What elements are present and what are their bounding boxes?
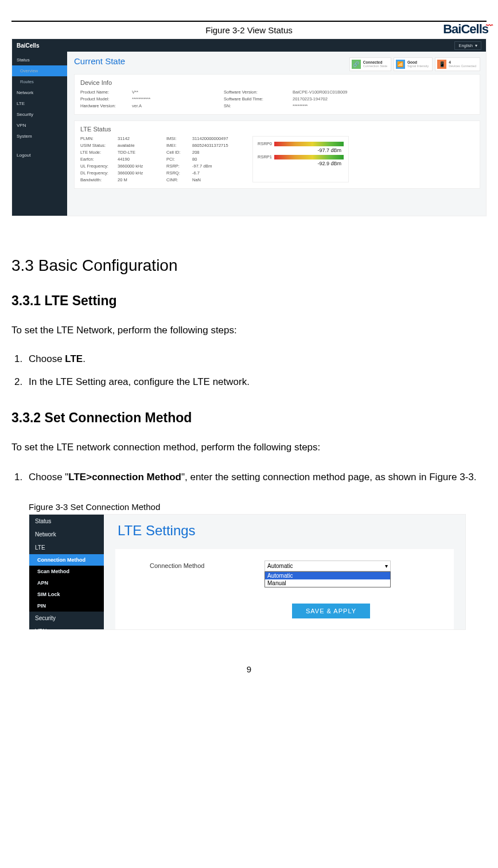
steps-connection-method: Choose "LTE>connection Method", enter th… <box>11 466 487 488</box>
sidebar-item-routes[interactable]: Routes <box>12 76 67 87</box>
fig2-main: LTE Settings Connection Method Automatic… <box>104 515 465 629</box>
figure-2-lte-settings: ━━━━ Status Network LTE Connection Metho… <box>29 514 466 630</box>
fig1-sidebar-logo: BaiCells <box>12 39 67 55</box>
header-rule <box>11 21 487 22</box>
lte-status-panel: LTE Status PLMN:31142IMSI:31142000000049… <box>74 120 480 189</box>
language-selector[interactable]: English ▾ <box>454 41 481 50</box>
select-value: Automatic <box>267 563 293 569</box>
value: 311420000000497 <box>192 136 241 141</box>
value: 20 M <box>118 177 166 182</box>
tile-devices-connected: 📱 4Devices Connected <box>435 57 480 71</box>
tile-signal-intensity: 📶 GoodSignal Intensity <box>394 57 433 71</box>
value: 208 <box>192 150 241 155</box>
label: Product Model: <box>80 96 132 102</box>
value: 3660000 kHz <box>118 170 166 176</box>
fig1-main: English ▾ Current State 🔗 ConnectedConne… <box>67 39 486 216</box>
heading-3-3-2: 3.3.2 Set Connection Method <box>11 410 487 426</box>
sidebar-sub-connection-method[interactable]: Connection Method <box>29 554 104 566</box>
status-tiles: 🔗 ConnectedConnection State 📶 GoodSignal… <box>349 57 480 71</box>
sidebar-item-lte[interactable]: LTE <box>29 541 104 554</box>
label: IMEI: <box>166 143 192 148</box>
rsrp0-bar-icon <box>274 142 344 146</box>
value: *********** <box>132 96 224 102</box>
fig1-topbar: English ▾ <box>67 39 486 52</box>
sidebar-item-network[interactable]: Network <box>29 528 104 541</box>
fig1-page-title: Current State <box>74 56 125 66</box>
label: Cell ID: <box>166 150 192 155</box>
devices-icon: 📱 <box>437 60 446 69</box>
chevron-down-icon: ▾ <box>475 43 477 48</box>
value: TDD-LTE <box>118 150 166 155</box>
value: 44190 <box>118 157 166 162</box>
label: Software Version: <box>224 89 293 95</box>
fig2-sidebar: ━━━━ Status Network LTE Connection Metho… <box>29 515 104 629</box>
rsrp-box: RSRP0 -97.7 dBm RSRP1 -92.9 dBm <box>252 136 349 182</box>
sidebar-item-logout[interactable]: Logout <box>12 150 67 161</box>
sidebar-item-vpn[interactable]: VPN <box>12 120 67 131</box>
value: 860524031372715 <box>192 143 241 148</box>
link-icon: 🔗 <box>352 60 361 69</box>
signal-icon: 📶 <box>396 60 405 69</box>
label: Bandwidth: <box>80 177 118 182</box>
value: V** <box>132 89 224 95</box>
value: -97.7 dBm <box>192 164 241 169</box>
sidebar-sub-sim-lock[interactable]: SIM Lock <box>29 589 104 600</box>
label: UL Frequency: <box>80 164 118 169</box>
connection-method-label: Connection Method <box>150 562 242 569</box>
sidebar-item-security[interactable]: Security <box>12 109 67 120</box>
value: BaiCPE-V100R001C01B009 <box>293 89 384 95</box>
label: Software Build Time: <box>224 96 293 102</box>
dropdown-option-automatic[interactable]: Automatic <box>265 572 390 579</box>
sidebar-item-status[interactable]: Status <box>29 515 104 528</box>
connection-method-dropdown: Automatic Manual <box>264 571 391 587</box>
label: Hardware Version: <box>80 103 132 108</box>
label: Product Name: <box>80 89 132 95</box>
sidebar-item-security[interactable]: Security <box>29 612 104 625</box>
sidebar-sub-pin[interactable]: PIN <box>29 600 104 612</box>
brand-logo: BaiCells〰 <box>443 22 492 37</box>
sidebar-item-system[interactable]: System <box>12 131 67 142</box>
rsrp0-label: RSRP0 <box>258 141 272 146</box>
label: CINR: <box>166 177 192 182</box>
label: PCI: <box>166 157 192 162</box>
rsrp0-value: -97.7 dBm <box>258 147 344 153</box>
step-2: In the LTE Setting area, configure the L… <box>25 372 487 392</box>
sidebar-item-lte[interactable]: LTE <box>12 98 67 109</box>
chevron-down-icon: ▾ <box>385 563 388 569</box>
fig2-page-title: LTE Settings <box>118 523 465 539</box>
value: 80 <box>192 157 241 162</box>
tile-connection-state: 🔗 ConnectedConnection State <box>349 57 391 71</box>
language-label: English <box>458 43 473 48</box>
label: IMSI: <box>166 136 192 141</box>
rsrp1-label: RSRP1 <box>258 154 272 159</box>
figure-1-caption: Figure 3-2 View Status <box>11 25 487 35</box>
para-connection-method: To set the LTE network connection method… <box>11 439 487 455</box>
value: 3660000 kHz <box>118 164 166 169</box>
page-number: 9 <box>11 664 487 674</box>
sidebar-sub-apn[interactable]: APN <box>29 577 104 589</box>
value: available <box>118 143 166 148</box>
value: 20170223-194702 <box>293 96 384 102</box>
heading-3-3-1: 3.3.1 LTE Setting <box>11 293 487 309</box>
figure-2-caption: Figure 3-3 Set Connection Method <box>29 502 487 512</box>
figure-1-view-status: BaiCells Status Overview Routes Network … <box>11 38 487 216</box>
sidebar-item-vpn[interactable]: VPN <box>29 625 104 630</box>
fig1-sidebar: BaiCells Status Overview Routes Network … <box>12 39 67 216</box>
sidebar-item-overview[interactable]: Overview <box>12 65 67 76</box>
label: LTE Mode: <box>80 150 118 155</box>
lte-status-grid: PLMN:31142IMSI:311420000000497 USIM Stat… <box>80 136 241 182</box>
dropdown-option-manual[interactable]: Manual <box>265 579 390 587</box>
value: NaN <box>192 177 241 182</box>
connection-method-select[interactable]: Automatic ▾ <box>264 560 391 571</box>
sidebar-item-network[interactable]: Network <box>12 87 67 98</box>
save-apply-button[interactable]: SAVE & APPLY <box>292 604 370 618</box>
label: SN: <box>224 103 293 108</box>
sidebar-item-status[interactable]: Status <box>12 55 67 65</box>
value: ********* <box>293 103 384 108</box>
device-info-title: Device Info <box>80 79 474 86</box>
heading-3-3: 3.3 Basic Configuration <box>11 256 487 275</box>
connection-method-panel: Connection Method Automatic ▾ Automatic … <box>115 549 454 630</box>
sidebar-sub-scan-method[interactable]: Scan Method <box>29 566 104 577</box>
lte-status-title: LTE Status <box>80 126 474 133</box>
para-lte-setting: To set the LTE Network, perform the foll… <box>11 322 487 338</box>
